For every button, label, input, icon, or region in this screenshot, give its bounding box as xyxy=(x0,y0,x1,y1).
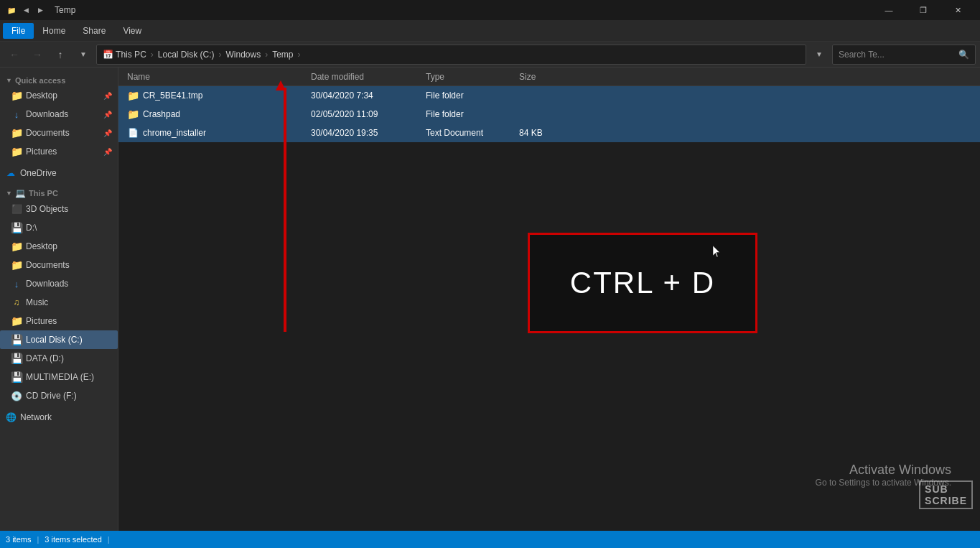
sidebar-item-onedrive[interactable]: ☁ OneDrive xyxy=(0,164,118,182)
folder-icon-row1: 📁 xyxy=(127,90,139,101)
sidebar-item-ddrive[interactable]: 💾 D:\ xyxy=(0,218,118,237)
menu-share[interactable]: Share xyxy=(74,23,114,39)
sidebar-documents-pc-label: Documents xyxy=(26,260,70,270)
folder-icon-row2: 📁 xyxy=(127,108,139,120)
sidebar-item-desktop-pc[interactable]: 📁 Desktop xyxy=(0,237,118,256)
music-icon: ♫ xyxy=(11,297,22,307)
this-pc-label: This PC xyxy=(29,189,58,198)
col-header-size[interactable]: Size xyxy=(519,72,577,82)
file-date-cr5be41: 30/04/2020 7:34 xyxy=(311,90,426,101)
activate-title: Activate Windows xyxy=(816,463,951,478)
network-icon: 🌐 xyxy=(6,412,16,422)
app-icon-1: 📁 xyxy=(6,4,17,16)
file-date-chrome: 30/04/2020 19:35 xyxy=(311,128,426,138)
sidebar-item-documents-quick[interactable]: 📁 Documents 📌 xyxy=(0,124,118,142)
sidebar-item-multimedia[interactable]: 💾 MULTIMEDIA (E:) xyxy=(0,368,118,386)
main-area: ▼ Quick access 📁 Desktop 📌 ↓ Downloads 📌… xyxy=(0,68,980,531)
maximize-button[interactable]: ❐ xyxy=(907,0,940,20)
window-controls: — ❐ ✕ xyxy=(872,0,974,20)
pin-icon-3: 📌 xyxy=(103,129,112,137)
minimize-button[interactable]: — xyxy=(872,0,905,20)
folder-pics-icon: 📁 xyxy=(11,316,22,326)
folder-icon-2: 📁 xyxy=(11,128,22,138)
sidebar-item-downloads-quick[interactable]: ↓ Downloads 📌 xyxy=(0,105,118,124)
file-type-chrome: Text Document xyxy=(426,128,519,138)
pc-icon: 💻 xyxy=(15,188,26,198)
forward-button[interactable]: → xyxy=(27,45,47,65)
quick-access-label: Quick access xyxy=(15,76,65,85)
downloads-pc-icon: ↓ xyxy=(11,279,22,289)
breadcrumb-windows[interactable]: Windows xyxy=(225,50,261,60)
folder-docs-icon: 📁 xyxy=(11,260,22,270)
close-button[interactable]: ✕ xyxy=(941,0,974,20)
sidebar-desktop-pc-label: Desktop xyxy=(26,241,57,251)
folder-desktop-icon: 📁 xyxy=(11,241,22,251)
onedrive-section: ☁ OneDrive xyxy=(0,164,118,182)
shortcut-text: CTRL + D xyxy=(570,266,715,300)
red-arrow-head xyxy=(276,80,286,90)
shortcut-box: CTRL + D xyxy=(528,233,757,333)
sidebar-item-network[interactable]: 🌐 Network xyxy=(0,408,118,427)
sidebar-desktop-label: Desktop xyxy=(26,90,57,101)
quick-access-section: ▼ Quick access 📁 Desktop 📌 ↓ Downloads 📌… xyxy=(0,73,118,161)
multimedia-icon: 💾 xyxy=(11,372,22,382)
sidebar-downloads-pc-label: Downloads xyxy=(26,279,68,289)
onedrive-icon: ☁ xyxy=(6,168,16,178)
sub-scribe-logo: SUBSCRIBE xyxy=(919,480,973,509)
back-button[interactable]: ← xyxy=(4,45,24,65)
file-row-cr5be41[interactable]: 📁 CR_5BE41.tmp 30/04/2020 7:34 File fold… xyxy=(118,86,980,105)
sidebar-documents-label: Documents xyxy=(26,128,70,138)
col-header-date[interactable]: Date modified xyxy=(311,72,426,82)
breadcrumb-drive[interactable]: Local Disk (C:) xyxy=(158,50,215,60)
sidebar-item-documents-pc[interactable]: 📁 Documents xyxy=(0,256,118,274)
file-type-cr5be41: File folder xyxy=(426,90,519,101)
sidebar-item-pictures-pc[interactable]: 📁 Pictures xyxy=(0,312,118,330)
sidebar-downloads-label: Downloads xyxy=(26,109,68,119)
file-row-crashpad[interactable]: 📁 Crashpad 02/05/2020 11:09 File folder xyxy=(118,105,980,124)
search-icon[interactable]: 🔍 xyxy=(958,50,969,60)
app-icon-3: ▶ xyxy=(34,4,46,16)
menu-home[interactable]: Home xyxy=(34,23,74,39)
sidebar-item-cd-drive[interactable]: 💿 CD Drive (F:) xyxy=(0,386,118,405)
file-name-chrome-installer: 📄 chrome_installer xyxy=(124,127,311,139)
breadcrumb-dropdown[interactable]: ▼ xyxy=(809,45,829,65)
this-pc-section: ▼ 💻 This PC ⬛ 3D Objects 💾 D:\ 📁 Desktop… xyxy=(0,185,118,405)
status-items-count: 3 items xyxy=(6,535,31,544)
recent-button[interactable]: ▼ xyxy=(73,45,93,65)
sidebar-item-downloads-pc[interactable]: ↓ Downloads xyxy=(0,274,118,293)
breadcrumb-temp[interactable]: Temp xyxy=(272,50,293,60)
sidebar-local-disk-label: Local Disk (C:) xyxy=(26,335,83,345)
breadcrumb-pc[interactable]: 📅 This PC xyxy=(103,50,146,60)
text-file-icon: 📄 xyxy=(127,127,139,139)
sidebar-item-data-d[interactable]: 💾 DATA (D:) xyxy=(0,349,118,368)
network-section: 🌐 Network xyxy=(0,408,118,427)
sidebar-item-local-disk[interactable]: 💾 Local Disk (C:) xyxy=(0,330,118,349)
file-area: Name Date modified Type Size 📁 CR_5BE41.… xyxy=(118,68,980,531)
pin-icon-2: 📌 xyxy=(103,111,112,119)
cd-drive-icon: 💿 xyxy=(11,391,22,401)
menu-file[interactable]: File xyxy=(3,23,34,39)
menu-view[interactable]: View xyxy=(114,23,150,39)
sidebar-item-pictures-quick[interactable]: 📁 Pictures 📌 xyxy=(0,142,118,161)
menu-bar: File Home Share View xyxy=(0,20,980,42)
file-size-chrome: 84 KB xyxy=(519,128,577,138)
folder-icon-3: 📁 xyxy=(11,147,22,157)
status-separator-2: | xyxy=(108,535,110,544)
sidebar-item-3dobjects[interactable]: ⬛ 3D Objects xyxy=(0,200,118,218)
file-row-chrome-installer[interactable]: 📄 chrome_installer 30/04/2020 19:35 Text… xyxy=(118,124,980,142)
sidebar-item-music[interactable]: ♫ Music xyxy=(0,293,118,312)
up-button[interactable]: ↑ xyxy=(50,45,70,65)
downloads-icon: ↓ xyxy=(11,109,22,119)
pin-icon-4: 📌 xyxy=(103,148,112,156)
local-disk-icon: 💾 xyxy=(11,335,22,345)
col-header-type[interactable]: Type xyxy=(426,72,519,82)
3dobjects-icon: ⬛ xyxy=(11,204,22,214)
this-pc-expand-icon: ▼ xyxy=(6,190,12,197)
sidebar-pictures-pc-label: Pictures xyxy=(26,316,57,326)
file-type-crashpad: File folder xyxy=(426,109,519,119)
search-bar[interactable]: Search Te... 🔍 xyxy=(832,45,976,65)
file-table-header: Name Date modified Type Size xyxy=(118,68,980,86)
breadcrumb[interactable]: 📅 This PC › Local Disk (C:) › Windows › … xyxy=(96,45,806,65)
file-name-crashpad: 📁 Crashpad xyxy=(124,108,311,120)
sidebar-item-desktop-quick[interactable]: 📁 Desktop 📌 xyxy=(0,86,118,105)
